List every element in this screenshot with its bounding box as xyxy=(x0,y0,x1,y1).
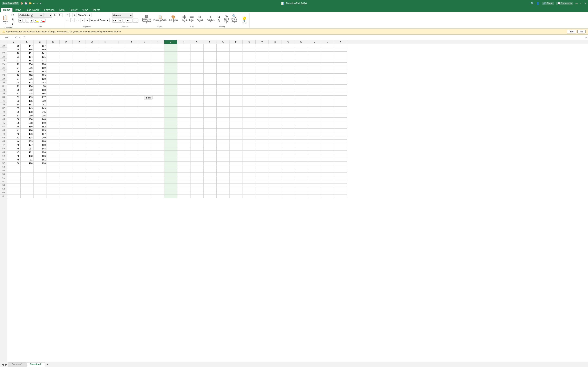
cell-P52[interactable] xyxy=(203,161,216,165)
cell-Y24[interactable] xyxy=(321,59,334,62)
cell-S37[interactable] xyxy=(242,106,256,110)
cell-Q33[interactable] xyxy=(216,92,229,95)
cell-L22[interactable] xyxy=(151,51,164,55)
font-color-button[interactable]: A xyxy=(40,18,45,23)
cell-G42[interactable] xyxy=(86,125,99,128)
cell-H57[interactable] xyxy=(99,180,112,184)
cell-M48[interactable] xyxy=(164,147,177,150)
cell-V25[interactable] xyxy=(282,62,295,66)
row-header-20[interactable]: 20 xyxy=(0,44,7,48)
cell-Y45[interactable] xyxy=(321,136,334,140)
col-header-N[interactable]: N xyxy=(177,40,190,44)
cell-B56[interactable] xyxy=(20,176,34,180)
cell-T37[interactable] xyxy=(256,106,269,110)
cell-D53[interactable] xyxy=(47,165,60,169)
cell-U28[interactable] xyxy=(269,73,282,77)
cell-R32[interactable] xyxy=(229,88,242,92)
cell-A52[interactable]: 50 xyxy=(7,161,20,165)
row-header-38[interactable]: 38 xyxy=(0,110,7,114)
cell-Y27[interactable] xyxy=(321,70,334,73)
cell-A28[interactable]: 26 xyxy=(7,73,20,77)
cell-X28[interactable] xyxy=(308,73,321,77)
cell-M36[interactable] xyxy=(164,103,177,106)
cell-A40[interactable]: 38 xyxy=(7,117,20,121)
cell-E43[interactable] xyxy=(60,128,73,132)
cell-T23[interactable] xyxy=(256,55,269,59)
cell-P29[interactable] xyxy=(203,77,216,81)
cell-U49[interactable] xyxy=(269,150,282,154)
cell-Z49[interactable] xyxy=(334,150,347,154)
cell-O51[interactable] xyxy=(190,158,203,161)
cell-U52[interactable] xyxy=(269,161,282,165)
cell-U31[interactable] xyxy=(269,84,282,88)
cell-I46[interactable] xyxy=(112,140,125,143)
cell-P45[interactable] xyxy=(203,136,216,140)
cell-I25[interactable] xyxy=(112,62,125,66)
cell-L40[interactable] xyxy=(151,117,164,121)
cell-J61[interactable] xyxy=(125,194,138,198)
cell-H50[interactable] xyxy=(99,154,112,158)
cell-C31[interactable]: 98 xyxy=(34,84,47,88)
cell-J46[interactable] xyxy=(125,140,138,143)
cell-P57[interactable] xyxy=(203,180,216,184)
cell-I42[interactable] xyxy=(112,125,125,128)
cell-A26[interactable]: 24 xyxy=(7,66,20,70)
row-header-30[interactable]: 30 xyxy=(0,81,7,84)
cell-K47[interactable] xyxy=(138,143,151,147)
cell-Z20[interactable] xyxy=(334,44,347,48)
cell-M32[interactable] xyxy=(164,88,177,92)
cell-M29[interactable] xyxy=(164,77,177,81)
cell-S52[interactable] xyxy=(242,161,256,165)
cell-S30[interactable] xyxy=(242,81,256,84)
cell-K58[interactable] xyxy=(138,184,151,187)
cell-M25[interactable] xyxy=(164,62,177,66)
cell-X22[interactable] xyxy=(308,51,321,55)
cell-F47[interactable] xyxy=(73,143,86,147)
cell-H29[interactable] xyxy=(99,77,112,81)
cell-G54[interactable] xyxy=(86,169,99,173)
cell-B20[interactable]: 147 xyxy=(20,44,34,48)
cell-L20[interactable] xyxy=(151,44,164,48)
cell-T51[interactable] xyxy=(256,158,269,161)
cell-L61[interactable] xyxy=(151,194,164,198)
cell-R25[interactable] xyxy=(229,62,242,66)
cell-J57[interactable] xyxy=(125,180,138,184)
cell-Q25[interactable] xyxy=(216,62,229,66)
cell-F22[interactable] xyxy=(73,51,86,55)
cell-E31[interactable] xyxy=(60,84,73,88)
cell-M38[interactable] xyxy=(164,110,177,114)
cell-Z52[interactable] xyxy=(334,161,347,165)
cell-Z39[interactable] xyxy=(334,114,347,117)
cell-Q50[interactable] xyxy=(216,154,229,158)
cell-E22[interactable] xyxy=(60,51,73,55)
row-header-49[interactable]: 49 xyxy=(0,150,7,154)
cell-F39[interactable] xyxy=(73,114,86,117)
cell-O39[interactable] xyxy=(190,114,203,117)
cell-O49[interactable] xyxy=(190,150,203,154)
cell-O35[interactable] xyxy=(190,99,203,103)
cell-J28[interactable] xyxy=(125,73,138,77)
cell-K24[interactable] xyxy=(138,59,151,62)
row-header-40[interactable]: 40 xyxy=(0,117,7,121)
cell-W25[interactable] xyxy=(295,62,308,66)
cell-U20[interactable] xyxy=(269,44,282,48)
cell-S57[interactable] xyxy=(242,180,256,184)
font-family-select[interactable]: Calibri (Body) xyxy=(18,13,43,17)
cell-M43[interactable] xyxy=(164,128,177,132)
cell-M51[interactable] xyxy=(164,158,177,161)
cell-J43[interactable] xyxy=(125,128,138,132)
cell-L27[interactable] xyxy=(151,70,164,73)
cell-T41[interactable] xyxy=(256,121,269,125)
cell-U55[interactable] xyxy=(269,173,282,176)
formula-input[interactable] xyxy=(27,36,584,39)
cell-N43[interactable] xyxy=(177,128,190,132)
cell-P46[interactable] xyxy=(203,140,216,143)
cell-Y55[interactable] xyxy=(321,173,334,176)
cell-Y28[interactable] xyxy=(321,73,334,77)
cell-J50[interactable] xyxy=(125,154,138,158)
cell-U30[interactable] xyxy=(269,81,282,84)
col-header-R[interactable]: R xyxy=(229,40,242,44)
cell-M22[interactable] xyxy=(164,51,177,55)
cell-C46[interactable]: 168 xyxy=(34,140,47,143)
cell-D51[interactable] xyxy=(47,158,60,161)
